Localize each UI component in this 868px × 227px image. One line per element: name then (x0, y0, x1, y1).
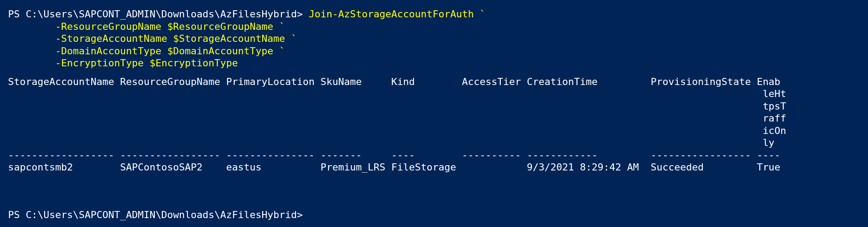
prompt-path-2: PS C:\Users\SAPCONT_ADMIN\Downloads\AzFi… (8, 209, 297, 220)
table-row: sapcontsmb2 SAPContosoSAP2 eastus Premiu… (8, 162, 780, 173)
prompt-path: PS C:\Users\SAPCONT_ADMIN\Downloads\AzFi… (8, 8, 297, 20)
command-continuation-3: -DomainAccountType $DomainAccountType ` (8, 45, 285, 57)
prompt-line-2[interactable]: PS C:\Users\SAPCONT_ADMIN\Downloads\AzFi… (8, 209, 303, 220)
prompt-line-1: PS C:\Users\SAPCONT_ADMIN\Downloads\AzFi… (8, 8, 486, 20)
command-continuation-1: -ResourceGroupName $ResourceGroupName ` (8, 21, 285, 32)
table-header-wrap-2: tpsT (8, 101, 786, 112)
table-separator: ------------------ ----------------- ---… (8, 150, 780, 161)
prompt-suffix-2: > (297, 209, 303, 220)
command-continuation-2: -StorageAccountName $StorageAccountName … (8, 33, 297, 44)
command-text: Join-AzStorageAccountForAuth ` (309, 8, 486, 20)
table-header-wrap-5: ly (8, 137, 775, 148)
table-header-wrap-3: raff (8, 113, 786, 124)
output-table: StorageAccountName ResourceGroupName Pri… (8, 76, 860, 174)
table-header: StorageAccountName ResourceGroupName Pri… (8, 76, 780, 87)
table-header-wrap-1: leHt (8, 88, 786, 99)
prompt-suffix: > (297, 8, 303, 20)
table-header-wrap-4: icOn (8, 125, 786, 136)
command-continuation-4: -EncryptionType $EncryptionType (8, 57, 238, 69)
